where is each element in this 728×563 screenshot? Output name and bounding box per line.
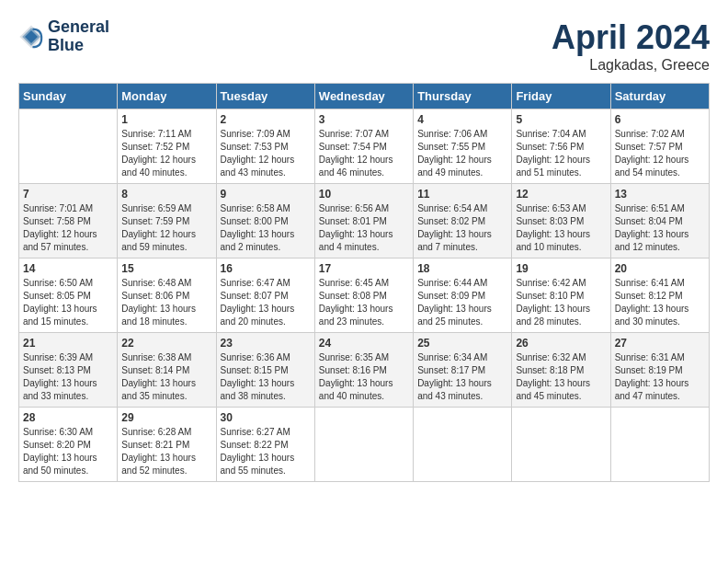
calendar-cell: 2Sunrise: 7:09 AMSunset: 7:53 PMDaylight… — [216, 109, 314, 184]
day-number: 21 — [23, 337, 113, 350]
day-info: Sunrise: 7:06 AMSunset: 7:55 PMDaylight:… — [417, 128, 507, 179]
day-number: 14 — [23, 262, 113, 275]
location-title: Lagkadas, Greece — [552, 57, 710, 74]
calendar-cell: 23Sunrise: 6:36 AMSunset: 8:15 PMDayligh… — [216, 333, 314, 408]
day-number: 17 — [319, 262, 409, 275]
day-number: 30 — [221, 411, 311, 424]
calendar-cell: 20Sunrise: 6:41 AMSunset: 8:12 PMDayligh… — [610, 259, 709, 333]
week-row-1: 1Sunrise: 7:11 AMSunset: 7:52 PMDaylight… — [19, 109, 710, 184]
day-info: Sunrise: 6:48 AMSunset: 8:06 PMDaylight:… — [121, 277, 211, 328]
day-info: Sunrise: 6:36 AMSunset: 8:15 PMDaylight:… — [221, 351, 311, 403]
calendar-cell: 11Sunrise: 6:54 AMSunset: 8:02 PMDayligh… — [414, 184, 512, 259]
day-number: 27 — [615, 337, 705, 350]
day-number: 19 — [516, 262, 606, 275]
column-header-wednesday: Wednesday — [314, 84, 413, 109]
day-info: Sunrise: 6:50 AMSunset: 8:05 PMDaylight:… — [23, 277, 113, 328]
column-header-friday: Friday — [512, 84, 610, 109]
day-number: 22 — [121, 337, 211, 350]
day-number: 11 — [417, 188, 507, 201]
calendar-cell: 3Sunrise: 7:07 AMSunset: 7:54 PMDaylight… — [314, 109, 413, 184]
day-info: Sunrise: 6:30 AMSunset: 8:20 PMDaylight:… — [23, 426, 113, 477]
calendar-cell: 25Sunrise: 6:34 AMSunset: 8:17 PMDayligh… — [414, 333, 512, 408]
calendar-cell: 16Sunrise: 6:47 AMSunset: 8:07 PMDayligh… — [216, 259, 314, 333]
day-info: Sunrise: 6:59 AMSunset: 7:59 PMDaylight:… — [121, 202, 211, 254]
calendar-cell: 1Sunrise: 7:11 AMSunset: 7:52 PMDaylight… — [118, 109, 216, 184]
calendar-cell: 19Sunrise: 6:42 AMSunset: 8:10 PMDayligh… — [512, 259, 610, 333]
calendar-cell — [19, 109, 118, 184]
calendar-cell: 12Sunrise: 6:53 AMSunset: 8:03 PMDayligh… — [512, 184, 610, 259]
day-number: 20 — [615, 262, 705, 275]
logo-icon — [18, 24, 44, 50]
calendar-body: 1Sunrise: 7:11 AMSunset: 7:52 PMDaylight… — [19, 109, 710, 482]
day-number: 12 — [516, 188, 606, 201]
day-info: Sunrise: 6:44 AMSunset: 8:09 PMDaylight:… — [417, 277, 507, 328]
column-header-thursday: Thursday — [414, 84, 512, 109]
logo: General Blue — [18, 18, 109, 55]
calendar-cell: 21Sunrise: 6:39 AMSunset: 8:13 PMDayligh… — [19, 333, 118, 408]
day-info: Sunrise: 7:07 AMSunset: 7:54 PMDaylight:… — [319, 128, 409, 179]
calendar-cell: 13Sunrise: 6:51 AMSunset: 8:04 PMDayligh… — [610, 184, 709, 259]
week-row-2: 7Sunrise: 7:01 AMSunset: 7:58 PMDaylight… — [19, 184, 710, 259]
day-info: Sunrise: 7:01 AMSunset: 7:58 PMDaylight:… — [23, 202, 113, 254]
day-info: Sunrise: 7:02 AMSunset: 7:57 PMDaylight:… — [615, 128, 705, 179]
day-info: Sunrise: 6:35 AMSunset: 8:16 PMDaylight:… — [319, 351, 409, 403]
day-number: 25 — [417, 337, 507, 350]
calendar-cell: 27Sunrise: 6:31 AMSunset: 8:19 PMDayligh… — [610, 333, 709, 408]
day-info: Sunrise: 6:42 AMSunset: 8:10 PMDaylight:… — [516, 277, 606, 328]
day-number: 13 — [615, 188, 705, 201]
day-number: 1 — [121, 113, 211, 126]
calendar-cell — [314, 408, 413, 482]
day-number: 28 — [23, 411, 113, 424]
calendar-header-row: SundayMondayTuesdayWednesdayThursdayFrid… — [19, 84, 710, 109]
day-info: Sunrise: 6:56 AMSunset: 8:01 PMDaylight:… — [319, 202, 409, 254]
day-number: 6 — [615, 113, 705, 126]
day-info: Sunrise: 7:11 AMSunset: 7:52 PMDaylight:… — [121, 128, 211, 179]
day-number: 26 — [516, 337, 606, 350]
day-number: 16 — [221, 262, 311, 275]
day-number: 29 — [121, 411, 211, 424]
logo-text: General Blue — [48, 18, 109, 55]
day-info: Sunrise: 7:04 AMSunset: 7:56 PMDaylight:… — [516, 128, 606, 179]
day-info: Sunrise: 6:38 AMSunset: 8:14 PMDaylight:… — [121, 351, 211, 403]
day-info: Sunrise: 6:51 AMSunset: 8:04 PMDaylight:… — [615, 202, 705, 254]
day-info: Sunrise: 7:09 AMSunset: 7:53 PMDaylight:… — [221, 128, 311, 179]
calendar-cell — [414, 408, 512, 482]
day-number: 23 — [221, 337, 311, 350]
calendar-cell: 15Sunrise: 6:48 AMSunset: 8:06 PMDayligh… — [118, 259, 216, 333]
day-number: 24 — [319, 337, 409, 350]
calendar-cell: 28Sunrise: 6:30 AMSunset: 8:20 PMDayligh… — [19, 408, 118, 482]
calendar-cell: 9Sunrise: 6:58 AMSunset: 8:00 PMDaylight… — [216, 184, 314, 259]
day-info: Sunrise: 6:58 AMSunset: 8:00 PMDaylight:… — [221, 202, 311, 254]
column-header-monday: Monday — [118, 84, 216, 109]
day-info: Sunrise: 6:31 AMSunset: 8:19 PMDaylight:… — [615, 351, 705, 403]
calendar-cell: 22Sunrise: 6:38 AMSunset: 8:14 PMDayligh… — [118, 333, 216, 408]
day-info: Sunrise: 6:39 AMSunset: 8:13 PMDaylight:… — [23, 351, 113, 403]
day-number: 7 — [23, 188, 113, 201]
calendar-cell: 30Sunrise: 6:27 AMSunset: 8:22 PMDayligh… — [216, 408, 314, 482]
day-info: Sunrise: 6:53 AMSunset: 8:03 PMDaylight:… — [516, 202, 606, 254]
calendar-cell: 10Sunrise: 6:56 AMSunset: 8:01 PMDayligh… — [314, 184, 413, 259]
day-number: 9 — [221, 188, 311, 201]
day-info: Sunrise: 6:28 AMSunset: 8:21 PMDaylight:… — [121, 426, 211, 477]
calendar-cell: 6Sunrise: 7:02 AMSunset: 7:57 PMDaylight… — [610, 109, 709, 184]
calendar-cell: 26Sunrise: 6:32 AMSunset: 8:18 PMDayligh… — [512, 333, 610, 408]
day-number: 18 — [417, 262, 507, 275]
calendar-cell: 14Sunrise: 6:50 AMSunset: 8:05 PMDayligh… — [19, 259, 118, 333]
calendar-cell: 18Sunrise: 6:44 AMSunset: 8:09 PMDayligh… — [414, 259, 512, 333]
week-row-3: 14Sunrise: 6:50 AMSunset: 8:05 PMDayligh… — [19, 259, 710, 333]
day-info: Sunrise: 6:47 AMSunset: 8:07 PMDaylight:… — [221, 277, 311, 328]
calendar-table: SundayMondayTuesdayWednesdayThursdayFrid… — [18, 83, 710, 482]
day-number: 15 — [121, 262, 211, 275]
day-number: 10 — [319, 188, 409, 201]
page-header: General Blue April 2024 Lagkadas, Greece — [18, 18, 710, 74]
title-block: April 2024 Lagkadas, Greece — [552, 18, 710, 74]
month-title: April 2024 — [552, 18, 710, 57]
day-number: 8 — [121, 188, 211, 201]
day-number: 2 — [221, 113, 311, 126]
day-info: Sunrise: 6:45 AMSunset: 8:08 PMDaylight:… — [319, 277, 409, 328]
calendar-cell: 7Sunrise: 7:01 AMSunset: 7:58 PMDaylight… — [19, 184, 118, 259]
calendar-cell: 17Sunrise: 6:45 AMSunset: 8:08 PMDayligh… — [314, 259, 413, 333]
day-number: 5 — [516, 113, 606, 126]
day-number: 4 — [417, 113, 507, 126]
day-info: Sunrise: 6:41 AMSunset: 8:12 PMDaylight:… — [615, 277, 705, 328]
